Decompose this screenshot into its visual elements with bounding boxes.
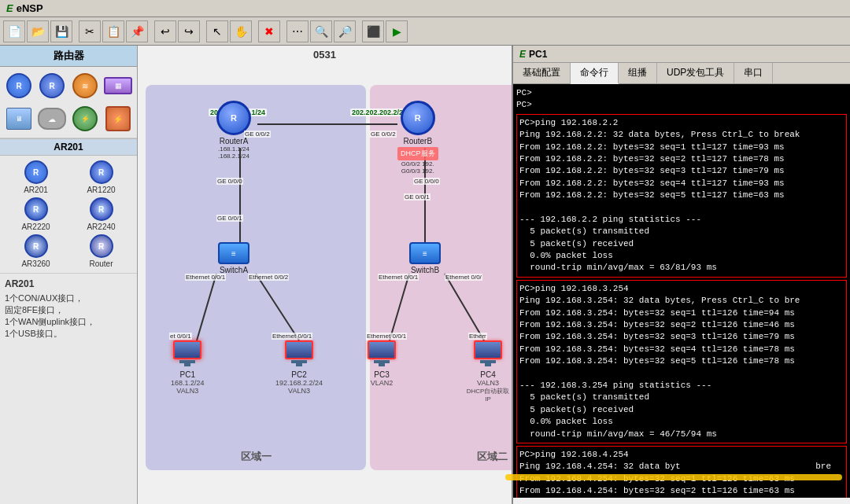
- model-ar2220[interactable]: R AR2220: [5, 197, 67, 231]
- pc1-tabs: 基础配置 命令行 组播 UDP发包工具 串口: [513, 63, 850, 84]
- router-b-device[interactable]: R RouterB DHCP服务 G0/0/2 192. G0/0/3 192.: [397, 101, 438, 175]
- ping-cmd-2: PC>ping 192.168.3.254: [519, 283, 844, 295]
- pc4-label: PC4: [480, 370, 495, 379]
- switch-b-device[interactable]: ≡ SwitchB: [409, 242, 441, 274]
- port-swa-eth001: Ethernet 0/0/1: [185, 274, 226, 281]
- device-grid-icon[interactable]: ▦: [104, 72, 132, 100]
- toolbar-delete[interactable]: ✖: [258, 20, 280, 42]
- device-info-panel: AR201 1个CON/AUX接口， 固定8FE接口， 1个WAN侧uplink…: [0, 274, 137, 504]
- pc3-icon[interactable]: [366, 340, 397, 369]
- ping-cmd-1: PC>ping 192.168.2.2: [519, 117, 844, 129]
- canvas-title: 0531: [313, 49, 336, 61]
- tab-udp-tool[interactable]: UDP发包工具: [657, 63, 734, 83]
- switch-b-icon[interactable]: ≡: [409, 242, 441, 264]
- pc1-title: PC1: [529, 49, 547, 60]
- port-pc4-eth: Etherr: [468, 333, 487, 340]
- pc3-device[interactable]: PC3 VLAN2: [366, 340, 397, 387]
- toolbar-pan[interactable]: ✋: [230, 20, 252, 42]
- router-b-dhcp: DHCP服务: [397, 147, 438, 160]
- toolbar-new[interactable]: 📄: [3, 20, 25, 42]
- canvas-area[interactable]: 0531 区域一 区域二: [138, 46, 512, 504]
- ping-info-1: Ping 192.168.2.2: 32 data bytes, Press C…: [519, 129, 844, 201]
- device-cloud-icon[interactable]: ☁: [38, 105, 66, 133]
- zone2-label: 区域二: [477, 450, 508, 464]
- model-router[interactable]: R Router: [70, 234, 132, 268]
- pc4-vlan: VALN3: [477, 379, 499, 387]
- pc2-label: PC2: [291, 370, 306, 379]
- toolbar-select[interactable]: ↖: [206, 20, 228, 42]
- router-a-ip2: .168.2.1/24: [218, 153, 249, 160]
- port-ra-ge001: GE 0/0/1: [216, 215, 243, 222]
- switch-a-icon[interactable]: ≡: [218, 242, 249, 264]
- model-ar3260[interactable]: R AR3260: [5, 234, 67, 268]
- switch-a-device[interactable]: ≡ SwitchA: [218, 242, 249, 274]
- toolbar-zoomin[interactable]: 🔍: [310, 20, 332, 42]
- toolbar-start[interactable]: ▶: [386, 20, 408, 42]
- device-wifi-icon[interactable]: ≋: [71, 72, 99, 100]
- toolbar-save[interactable]: 💾: [50, 20, 72, 42]
- toolbar-redo[interactable]: ↪: [178, 20, 200, 42]
- tab-command-line[interactable]: 命令行: [571, 63, 619, 84]
- device-lightning-icon[interactable]: ⚡: [104, 105, 132, 133]
- model-ar201[interactable]: R AR201: [5, 160, 67, 194]
- port-pc1-eth: et 0/0/1: [169, 333, 192, 340]
- app-logo: E: [6, 2, 13, 14]
- pc4-icon[interactable]: [472, 340, 504, 369]
- toolbar-zoomout[interactable]: 🔎: [334, 20, 356, 42]
- sidebar: 路由器 R R ≋ ▦ 🖥 ☁ ⚡ ⚡: [0, 46, 138, 504]
- port-rb-ge000: GE 0/0/0: [413, 178, 440, 185]
- zone1-label: 区域一: [241, 450, 272, 464]
- pc1-titlebar: E PC1: [513, 46, 850, 63]
- model-ar2240[interactable]: R AR2240: [70, 197, 132, 231]
- tab-basic-config[interactable]: 基础配置: [513, 63, 571, 83]
- toolbar-copy[interactable]: 📋: [102, 20, 124, 42]
- pc4-dhcp: DHCP自动获取IP: [464, 387, 512, 403]
- toolbar-paste[interactable]: 📌: [126, 20, 148, 42]
- port-ra-ge000: GE 0/0/0: [216, 178, 243, 185]
- pc4-device[interactable]: PC4 VALN3 DHCP自动获取IP: [464, 340, 512, 403]
- ping-stat-2: --- 192.168.3.254 ping statistics --- 5 …: [519, 368, 844, 440]
- tab-multicast[interactable]: 组播: [619, 63, 657, 83]
- device-monitor-icon[interactable]: 🖥: [5, 105, 33, 133]
- pc1-device[interactable]: PC1 168.1.2/24 VALN3: [171, 340, 205, 395]
- model-ar1220[interactable]: R AR1220: [70, 160, 132, 194]
- toolbar-undo[interactable]: ↩: [154, 20, 176, 42]
- ping-block-2: PC>ping 192.168.3.254 Ping 192.168.3.254…: [516, 280, 847, 443]
- port-swb-eth001: Ethernet 0/0/1: [378, 274, 419, 281]
- toolbar-connect[interactable]: ⋯: [286, 20, 309, 42]
- device-router-icon[interactable]: R: [5, 72, 33, 100]
- toolbar-cut[interactable]: ✂: [79, 20, 101, 42]
- device-info-title: AR201: [5, 278, 132, 289]
- tab-serial[interactable]: 串口: [734, 63, 773, 83]
- port-rb-ge001: GE 0/0/1: [404, 193, 431, 200]
- port-pc3-eth: Ethernet 0/0/1: [366, 333, 407, 340]
- pc2-icon[interactable]: [283, 340, 315, 369]
- port-swa-eth002: Ethernet 0/0/2: [248, 274, 289, 281]
- toolbar: 📄 📂 💾 ✂ 📋 📌 ↩ ↪ ↖ ✋ ✖ ⋯ 🔍 🔎 ⬛ ▶: [0, 17, 850, 46]
- pc1-label: PC1: [180, 370, 195, 379]
- right-panel: E PC1 基础配置 命令行 组播 UDP发包工具 串口 PC> PC> PC>…: [512, 46, 850, 504]
- ping-cmd-3: PC>ping 192.168.4.254: [519, 449, 844, 461]
- pc3-label: PC3: [374, 370, 389, 379]
- pc1-icon[interactable]: [172, 340, 203, 369]
- topology: 区域一 区域二 2: [138, 61, 512, 504]
- term-prompt-1: PC>: [516, 87, 847, 99]
- pc2-vlan: VALN3: [288, 387, 310, 395]
- device-server-icon[interactable]: ⚡: [71, 105, 99, 133]
- main-content: 路由器 R R ≋ ▦ 🖥 ☁ ⚡ ⚡: [0, 46, 850, 504]
- terminal[interactable]: PC> PC> PC>ping 192.168.2.2 Ping 192.168…: [513, 84, 850, 498]
- toolbar-open[interactable]: 📂: [27, 20, 49, 42]
- router-b-icon[interactable]: R: [401, 101, 435, 135]
- title-bar: E eNSP: [0, 0, 850, 17]
- device-info-desc: 1个CON/AUX接口， 固定8FE接口， 1个WAN侧uplink接口， 1个…: [5, 292, 132, 340]
- port-ra-ge002: GE 0/0/2: [244, 131, 271, 138]
- pc1-logo: E: [519, 49, 526, 60]
- device-router2-icon[interactable]: R: [38, 72, 66, 100]
- sidebar-model-title: AR201: [0, 138, 137, 156]
- port-swb-eth002: Ethernet 0/0/: [445, 274, 482, 281]
- port-rb-ge002: GE 0/0/2: [370, 131, 397, 138]
- pc2-device[interactable]: PC2 192.168.2.2/24 VALN3: [275, 340, 323, 395]
- ping-block-1: PC>ping 192.168.2.2 Ping 192.168.2.2: 32…: [516, 114, 847, 278]
- toolbar-stop[interactable]: ⬛: [362, 20, 384, 42]
- term-prompt-2: PC>: [516, 99, 847, 111]
